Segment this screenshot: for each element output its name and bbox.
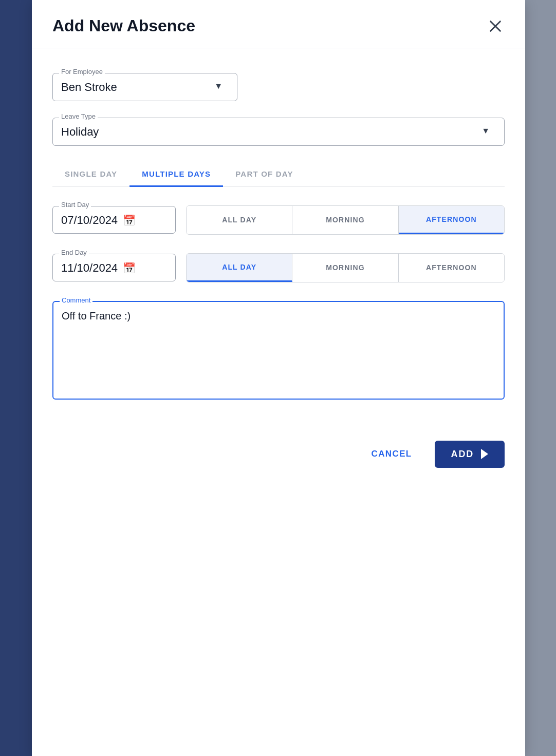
- end-day-field: End Day 11/10/2024 📅: [52, 254, 176, 281]
- end-day-time-buttons: ALL DAY MORNING AFTERNOON: [186, 253, 505, 282]
- employee-select-wrapper: Ben Stroke ▼: [61, 78, 229, 94]
- end-all-day-button[interactable]: ALL DAY: [187, 254, 292, 282]
- end-day-value[interactable]: 11/10/2024 📅: [61, 258, 167, 275]
- end-morning-button[interactable]: MORNING: [292, 254, 398, 282]
- modal-header: Add New Absence: [32, 0, 525, 48]
- close-icon: [488, 19, 503, 33]
- leave-type-field-label: Leave Type: [59, 112, 98, 120]
- comment-textarea[interactable]: Off to France :): [62, 306, 495, 388]
- end-afternoon-button[interactable]: AFTERNOON: [399, 254, 504, 282]
- comment-field-wrapper: Comment Off to France :): [52, 301, 505, 400]
- employee-select[interactable]: Ben Stroke: [61, 78, 229, 94]
- employee-field-wrapper: For Employee Ben Stroke ▼: [52, 73, 237, 101]
- tab-part-of-day[interactable]: PART OF DAY: [223, 162, 305, 187]
- leave-type-field-group: Leave Type Holiday ▼: [52, 118, 505, 146]
- leave-type-select-wrapper: Holiday ▼: [61, 122, 496, 139]
- start-calendar-icon: 📅: [123, 214, 136, 226]
- start-afternoon-button[interactable]: AFTERNOON: [399, 206, 504, 234]
- leave-type-field-wrapper: Leave Type Holiday ▼: [52, 118, 505, 146]
- modal-dialog: Add New Absence For Employee Ben Stroke: [32, 0, 525, 756]
- start-day-value[interactable]: 07/10/2024 📅: [61, 211, 167, 227]
- cancel-button[interactable]: CANCEL: [361, 442, 422, 466]
- end-day-row: End Day 11/10/2024 📅 ALL DAY MORNING AFT…: [52, 253, 505, 282]
- employee-field-label: For Employee: [59, 68, 105, 75]
- tab-single-day[interactable]: SINGLE DAY: [52, 162, 129, 187]
- close-button[interactable]: [486, 17, 505, 35]
- sidebar: [0, 0, 32, 756]
- tab-multiple-days[interactable]: MULTIPLE DAYS: [129, 162, 223, 187]
- employee-field-group: For Employee Ben Stroke ▼: [52, 73, 237, 101]
- modal-footer: CANCEL ADD: [32, 441, 525, 488]
- start-all-day-button[interactable]: ALL DAY: [187, 206, 292, 234]
- end-day-label: End Day: [59, 249, 89, 256]
- leave-type-select[interactable]: Holiday: [61, 122, 496, 139]
- end-calendar-icon: 📅: [123, 262, 136, 274]
- start-day-time-buttons: ALL DAY MORNING AFTERNOON: [186, 205, 505, 235]
- day-type-tabs: SINGLE DAY MULTIPLE DAYS PART OF DAY: [52, 162, 505, 187]
- start-day-row: Start Day 07/10/2024 📅 ALL DAY MORNING A…: [52, 205, 505, 235]
- add-button[interactable]: ADD: [435, 441, 505, 468]
- modal-body: For Employee Ben Stroke ▼ Leave Type H: [32, 48, 525, 441]
- add-arrow-icon: [481, 449, 488, 459]
- add-button-label: ADD: [451, 449, 474, 460]
- comment-label: Comment: [60, 296, 92, 304]
- start-day-label: Start Day: [59, 201, 91, 209]
- modal-title: Add New Absence: [52, 16, 195, 35]
- start-day-field: Start Day 07/10/2024 📅: [52, 206, 176, 234]
- start-morning-button[interactable]: MORNING: [292, 206, 398, 234]
